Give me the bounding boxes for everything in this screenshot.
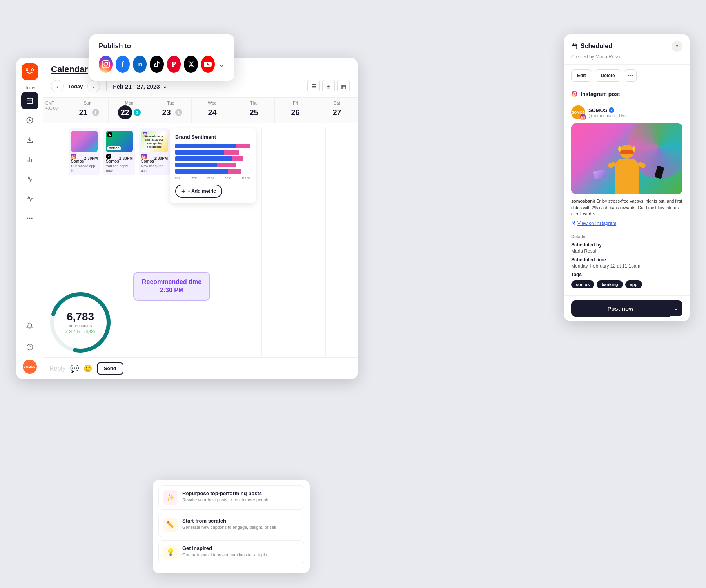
action-buttons: Edit Delete ••• — [564, 65, 690, 87]
close-panel-button[interactable]: × — [672, 41, 682, 52]
chat-icon[interactable]: 💬 — [70, 364, 79, 373]
sidebar-item-download[interactable] — [21, 131, 38, 148]
facebook-icon[interactable]: f — [116, 56, 129, 73]
calendar-view-button[interactable]: ▦ — [337, 80, 350, 92]
svg-point-8 — [32, 69, 33, 71]
prev-week-button[interactable]: ‹ — [51, 80, 64, 92]
sidebar-avatar[interactable]: SOMOS — [23, 360, 37, 374]
recommended-time-text: Recommended time2:30 PM — [142, 278, 201, 295]
impressions-delta: ✓ 284 from 6,499 — [65, 329, 95, 334]
scheduled-panel: Scheduled × Created by Maria Rossi Edit … — [564, 34, 690, 321]
view-on-instagram-link[interactable]: View on Instagram — [564, 221, 690, 230]
tag-somos: somos — [571, 280, 594, 288]
scheduled-by-value: Maria Rossi — [571, 248, 682, 254]
list-view-button[interactable]: ☰ — [307, 80, 320, 92]
post-card-sun-1[interactable]: Somos 2:30PM Our mobile app is... — [69, 128, 100, 175]
scheduled-panel-header: Scheduled × — [564, 34, 690, 54]
svg-point-26 — [73, 156, 74, 157]
view-buttons: ☰ ⊞ ▦ — [307, 80, 350, 92]
svg-point-7 — [26, 69, 27, 71]
days-header: GMT+01:00 Sun 21 1 Mon 22 3 Tue 23 1 — [43, 98, 358, 123]
tiktok-icon[interactable] — [150, 56, 163, 73]
pinterest-icon[interactable]: P — [167, 56, 181, 73]
reply-placeholder: Reply — [49, 365, 65, 372]
external-link-icon — [571, 221, 576, 226]
svg-rect-33 — [572, 44, 577, 49]
post-card-tue-1[interactable]: Avocado toastcan't stop youfrom gettinga… — [139, 128, 170, 175]
youtube-icon[interactable] — [201, 56, 215, 73]
ai-suggestions-panel: ✨ Repurpose top-performing posts Rewrite… — [153, 480, 310, 573]
day-col-thu: Thu 25 — [233, 98, 274, 123]
date-range[interactable]: Feb 21 - 27, 2023 ⌄ — [113, 83, 167, 90]
svg-point-22 — [31, 218, 32, 219]
grid-view-button[interactable]: ⊞ — [322, 80, 335, 92]
sidebar-item-notifications[interactable] — [21, 317, 38, 335]
created-by: Created by Maria Rossi — [564, 54, 690, 65]
calendar-navigation: ‹ Today › Feb 21 - 27, 2023 ⌄ — [51, 80, 167, 92]
today-button[interactable]: Today — [67, 83, 84, 89]
next-week-button[interactable]: › — [87, 80, 100, 92]
plus-icon: + — [181, 188, 185, 195]
ig-account-badge — [580, 114, 586, 120]
post-now-bar: Post now ⌄ 👆 — [564, 295, 690, 321]
impressions-value: 6,783 — [65, 311, 95, 322]
svg-rect-29 — [142, 155, 145, 158]
chevron-down-icon: ⌄ — [162, 83, 167, 90]
publish-icons: f in P ⌄ — [99, 56, 225, 73]
post-details: Details Scheduled by Maria Rossi Schedul… — [564, 230, 690, 295]
tw-platform-icon: ✕ — [106, 154, 111, 159]
sentiment-axis: 0% 25% 50% 75% 100% — [175, 176, 250, 180]
svg-rect-37 — [572, 91, 577, 96]
ig-platform-icon — [71, 154, 76, 159]
delete-button[interactable]: Delete — [595, 69, 621, 82]
scheduled-title: Scheduled — [581, 43, 612, 50]
impressions-widget: 6,783 impressions ✓ 284 from 6,499 — [47, 289, 114, 356]
day-col-sun: Sun 21 1 — [67, 98, 108, 123]
day-col-wed: Wed 24 — [191, 98, 233, 123]
sidebar-item-more[interactable] — [21, 210, 38, 227]
sidebar-item-campaigns[interactable] — [21, 170, 38, 188]
instagram-icon[interactable] — [99, 56, 113, 73]
home-label: Home — [24, 85, 35, 90]
edit-button[interactable]: Edit — [571, 69, 592, 82]
svg-point-21 — [29, 218, 30, 219]
sidebar-item-help[interactable] — [21, 338, 38, 356]
ig-platform-icon-2 — [141, 154, 147, 159]
publish-popup: Publish to f in P ⌄ — [89, 34, 234, 81]
more-options-button[interactable]: ••• — [624, 69, 637, 82]
post-now-chevron[interactable]: ⌄ — [670, 300, 682, 316]
twitter-x-icon[interactable] — [184, 56, 198, 73]
sidebar-item-reports[interactable] — [21, 190, 38, 207]
day-col-tue: Tue 23 1 — [150, 98, 191, 123]
repurpose-icon: ✨ — [163, 490, 178, 505]
instagram-platform-icon — [571, 91, 577, 97]
svg-rect-9 — [27, 98, 33, 104]
ai-item-repurpose[interactable]: ✨ Repurpose top-performing posts Rewrite… — [158, 485, 304, 510]
reply-bar: Reply 💬 🙂 Send — [43, 357, 358, 379]
post-card-mon-1[interactable]: SOMOS ✕ Somos 2:30PM You can apply now..… — [103, 128, 135, 175]
caption-account-tag: somosbank — [571, 199, 595, 203]
thu-column — [261, 127, 294, 375]
more-platforms-button[interactable]: ⌄ — [218, 59, 225, 69]
sidebar-bottom: SOMOS — [21, 317, 38, 374]
account-handle: @somosbank · 15m — [588, 113, 682, 118]
send-button[interactable]: Send — [97, 362, 123, 375]
tags-row: Tags somos banking app — [571, 272, 682, 288]
verified-icon: ✓ — [609, 107, 614, 113]
day-col-sat: Sat 27 — [316, 98, 358, 123]
scratch-title: Start from scratch — [182, 518, 276, 524]
post-now-button[interactable]: Post now — [571, 300, 670, 317]
scratch-desc: Generate new captions to engage, delight… — [182, 525, 276, 530]
repurpose-title: Repurpose top-performing posts — [182, 490, 269, 496]
add-metric-button[interactable]: + + Add metric — [175, 185, 222, 198]
ai-item-inspired[interactable]: 💡 Get inspired Generate post ideas and c… — [158, 540, 304, 564]
emoji-icon[interactable]: 🙂 — [83, 364, 92, 373]
linkedin-icon[interactable]: in — [133, 56, 147, 73]
hootsuite-logo — [22, 63, 38, 80]
ai-item-scratch[interactable]: ✏️ Start from scratch Generate new capti… — [158, 513, 304, 537]
sidebar-item-analytics[interactable] — [21, 151, 38, 168]
sat-column — [325, 127, 358, 375]
sidebar-item-calendar[interactable] — [21, 92, 38, 109]
tag-app: app — [625, 280, 642, 288]
sidebar-item-create[interactable] — [21, 112, 38, 129]
